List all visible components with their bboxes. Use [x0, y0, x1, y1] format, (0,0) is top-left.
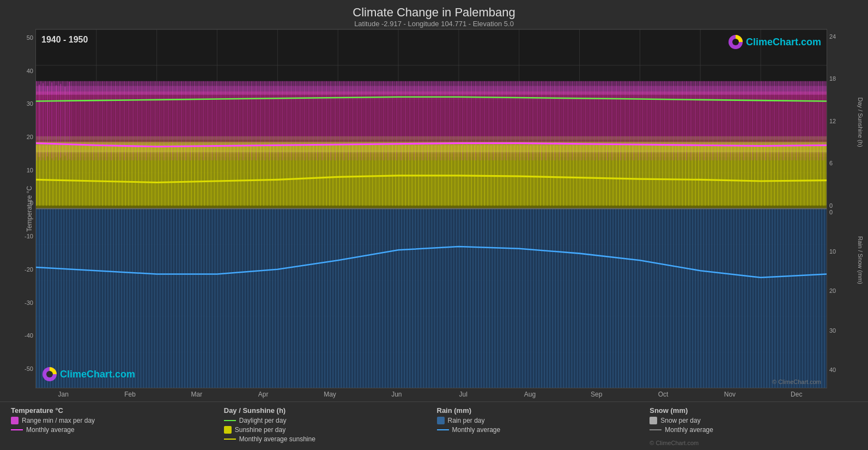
y-axis-left: Temperature °C 50 40 30 20 10 0 -10 -20 … [5, 29, 35, 388]
copyright-text: © ClimeChart.com [650, 440, 699, 446]
x-label-mar: Mar [163, 391, 230, 398]
x-label-dec: Dec [763, 391, 830, 398]
y-axis-right-bottom: 0 10 20 30 40 [827, 209, 863, 389]
y-tick-right: 10 [829, 248, 838, 255]
y-tick-right: 0 [829, 209, 835, 215]
chart-inner: 1940 - 1950 ClimeChart.com ClimeChart.co… [35, 29, 827, 388]
svg-rect-58 [36, 95, 827, 143]
legend-temperature-range: Range min / max per day [11, 417, 218, 424]
y-tick: -50 [25, 365, 35, 372]
chart-header: Climate Change in Palembang Latitude -2.… [0, 0, 868, 29]
y-tick-right: 0 [829, 202, 835, 209]
legend-daylight: Daylight per day [224, 417, 432, 424]
rain-avg-line [437, 429, 449, 430]
watermark-bottom-text: ClimeChart.com [60, 369, 135, 380]
copyright: © ClimeChart.com [772, 379, 821, 385]
temperature-avg-line [11, 429, 23, 430]
legend-sunshine-per-day: Sunshine per day [224, 426, 432, 434]
legend-snow: Snow (mm) Snow per day Monthly average ©… [650, 406, 857, 447]
chart-title: Climate Change in Palembang [0, 5, 868, 20]
x-label-may: May [296, 391, 363, 398]
x-label-jun: Jun [363, 391, 430, 398]
x-label-nov: Nov [696, 391, 763, 398]
svg-point-1 [46, 371, 53, 377]
y-tick: -40 [25, 332, 35, 339]
legend-temperature-avg-label: Monthly average [26, 426, 75, 434]
legend-rain: Rain (mm) Rain per day Monthly average [437, 406, 645, 447]
y-axis-right-top-label: Day / Sunshine (h) [857, 97, 864, 147]
main-container: Climate Change in Palembang Latitude -2.… [0, 0, 868, 450]
chart-subtitle: Latitude -2.917 - Longitude 104.771 - El… [0, 20, 868, 28]
y-tick-right: 24 [829, 33, 838, 40]
y-tick-right: 12 [829, 118, 838, 124]
legend-sunshine: Day / Sunshine (h) Daylight per day Suns… [224, 406, 432, 447]
climechart-logo-icon [41, 366, 58, 382]
year-label: 1940 - 1950 [41, 35, 88, 45]
legend-rain-avg: Monthly average [437, 426, 645, 434]
y-tick: 50 [27, 34, 35, 41]
y-axis-left-label: Temperature °C [26, 185, 33, 231]
y-tick-right: 6 [829, 160, 835, 166]
watermark-top-right: ClimeChart.com [727, 34, 821, 50]
x-axis-labels: Jan Feb Mar Apr May Jun Jul Aug Sep Oct … [30, 388, 830, 400]
sunshine-avg-line [224, 439, 236, 440]
legend-snow-title: Snow (mm) [650, 406, 857, 415]
legend-rain-per-day-label: Rain per day [448, 417, 485, 424]
watermark-bottom-left: ClimeChart.com [41, 366, 135, 382]
legend-snow-avg: Monthly average [650, 426, 857, 434]
y-tick-right: 40 [829, 367, 838, 373]
legend-snow-per-day-label: Snow per day [660, 417, 700, 424]
x-label-apr: Apr [230, 391, 296, 398]
svg-rect-56 [36, 209, 827, 388]
legend-rain-avg-label: Monthly average [452, 426, 501, 434]
x-label-feb: Feb [96, 391, 163, 398]
snow-swatch [650, 417, 657, 424]
chart-area: Temperature °C 50 40 30 20 10 0 -10 -20 … [5, 29, 863, 388]
temperature-range-swatch [11, 417, 19, 424]
legend-rain-per-day: Rain per day [437, 417, 645, 424]
legend-temperature-title: Temperature °C [11, 406, 218, 415]
y-tick: 10 [27, 167, 35, 173]
sunshine-swatch [224, 426, 232, 434]
y-tick: 40 [27, 68, 35, 74]
legend-sunshine-avg: Monthly average sunshine [224, 435, 432, 443]
legend-snow-avg-label: Monthly average [665, 426, 713, 434]
x-label-jul: Jul [430, 391, 496, 398]
x-label-sep: Sep [563, 391, 630, 398]
daylight-line [224, 420, 236, 421]
snow-avg-line [650, 429, 661, 430]
y-tick: 20 [27, 134, 35, 140]
y-axis-right-bottom-label: Rain / Snow (mm) [857, 236, 864, 284]
copyright-legend: © ClimeChart.com [650, 435, 857, 447]
watermark-top-text: ClimeChart.com [746, 37, 821, 48]
y-tick-right: 20 [829, 287, 838, 294]
x-label-jan: Jan [30, 391, 96, 398]
legend-area: Temperature °C Range min / max per day M… [0, 401, 868, 450]
legend-snow-per-day: Snow per day [650, 417, 857, 424]
legend-sunshine-per-day-label: Sunshine per day [235, 426, 286, 434]
legend-temperature: Temperature °C Range min / max per day M… [11, 406, 218, 447]
y-tick: -30 [25, 299, 35, 306]
y-tick-right: 18 [829, 75, 838, 82]
legend-rain-title: Rain (mm) [437, 406, 645, 415]
legend-sunshine-title: Day / Sunshine (h) [224, 406, 432, 415]
y-tick-right: 30 [829, 327, 838, 334]
y-axis-right: 24 18 12 6 0 Day / Sunshine (h) 0 10 20 … [827, 29, 863, 388]
legend-temperature-range-label: Range min / max per day [22, 417, 95, 424]
svg-rect-57 [36, 81, 827, 95]
rain-swatch [437, 417, 445, 424]
y-tick: -20 [25, 266, 35, 273]
y-tick: -10 [25, 233, 35, 239]
legend-temperature-avg: Monthly average [11, 426, 218, 434]
svg-point-3 [732, 39, 739, 45]
y-tick: 30 [27, 100, 35, 107]
climechart-logo-icon-top [727, 34, 744, 50]
x-label-aug: Aug [496, 391, 563, 398]
legend-sunshine-avg-label: Monthly average sunshine [239, 435, 315, 443]
x-label-oct: Oct [630, 391, 696, 398]
legend-daylight-label: Daylight per day [239, 417, 287, 424]
chart-svg [36, 29, 827, 388]
